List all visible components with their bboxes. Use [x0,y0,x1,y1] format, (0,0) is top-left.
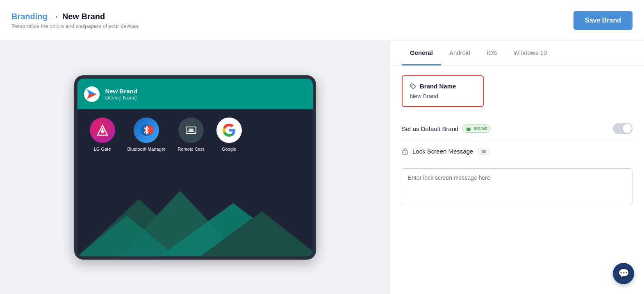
page-header: Branding → New Brand Personalize the col… [0,0,644,41]
svg-text:🔴: 🔴 [144,125,153,135]
tab-ios[interactable]: iOS [479,41,505,66]
default-brand-row: Set as Default Brand android [402,117,633,141]
bluetooth-icon-svg: 🔴 [140,124,153,137]
lock-screen-label: Lock Screen Message [412,148,473,155]
bluetooth-icon: 🔴 [134,118,159,143]
lock-screen-input[interactable] [402,168,633,205]
lock-screen-section [402,168,633,207]
remote-cast-label: Remote Cast [177,146,204,152]
android-icon [466,126,471,131]
svg-point-15 [412,84,413,86]
google-icon [216,118,242,143]
tablet-brand-name: New Brand [105,88,137,95]
brand-name-box: Brand Name New Brand [402,75,484,107]
default-brand-badge: android [462,124,490,133]
mountain-background [77,174,313,256]
default-brand-toggle[interactable] [613,123,633,134]
bluetooth-label: Bluetooth Manager [127,146,166,152]
brand-name-label-text: Brand Name [420,83,456,90]
tag-icon [410,83,416,90]
svg-point-20 [468,129,469,129]
tablet-brand-info: New Brand Device Name [105,88,137,101]
svg-line-19 [470,127,470,128]
svg-point-21 [469,129,470,129]
lock-screen-badge: ios [477,148,489,155]
lg-gate-icon-svg [96,124,109,137]
device-preview-area: New Brand Device Name [0,41,390,294]
lg-gate-icon [90,118,115,143]
tab-general[interactable]: General [402,41,441,66]
header-left: Branding → New Brand Personalize the col… [11,12,139,29]
lock-screen-left: Lock Screen Message ios [402,147,489,155]
header-subtitle: Personalize the colors and wallpapers of… [11,23,139,29]
tablet-logo [84,86,100,102]
svg-marker-1 [87,89,96,94]
save-brand-button[interactable]: Save Brand [573,11,633,30]
breadcrumb-arrow: → [51,12,59,21]
settings-panel: General Android iOS Windows 10 Brand Nam… [390,41,644,294]
chat-bubble[interactable]: 💬 [613,263,634,284]
settings-tabs: General Android iOS Windows 10 [390,41,644,66]
tablet-side-button-1 [314,128,316,140]
tablet-inner: New Brand Device Name [77,79,313,256]
svg-rect-17 [467,128,471,131]
chat-bubble-icon: 💬 [618,268,629,279]
breadcrumb: Branding → New Brand [11,12,139,21]
tab-android[interactable]: Android [441,41,479,66]
remote-cast-icon [178,118,204,143]
settings-content: Brand Name New Brand Set as Default Bran… [390,66,644,217]
breadcrumb-current: New Brand [62,12,105,21]
default-brand-label: Set as Default Brand [402,125,458,132]
lg-gate-label: LG Gate [94,146,111,152]
app-item-lg-gate: LG Gate [90,118,115,152]
tablet-device-name: Device Name [105,95,137,101]
app-item-remote-cast: Remote Cast [177,118,204,152]
lock-icon [402,147,408,155]
remote-cast-icon-svg [184,124,198,137]
svg-rect-9 [189,129,193,132]
svg-point-23 [405,152,406,154]
brand-name-value: New Brand [410,93,476,100]
default-brand-left: Set as Default Brand android [402,124,491,133]
google-icon-svg [222,123,237,138]
app-item-bluetooth: 🔴 Bluetooth Manager [127,118,166,152]
tab-windows10[interactable]: Windows 10 [505,41,555,66]
tablet-device: New Brand Device Name [74,75,316,260]
svg-marker-2 [87,94,96,99]
tablet-side-button-2 [314,146,316,154]
tablet-header: New Brand Device Name [77,79,313,109]
main-content: New Brand Device Name [0,41,644,294]
svg-line-18 [467,127,467,128]
paper-plane-icon [86,88,98,100]
breadcrumb-link[interactable]: Branding [11,12,48,21]
app-grid: LG Gate 🔴 Bluetooth Manager [77,109,313,160]
app-item-google: Google [216,118,242,152]
google-label: Google [222,146,236,152]
brand-name-label-row: Brand Name [410,83,476,90]
lock-screen-row: Lock Screen Message ios [402,141,633,162]
